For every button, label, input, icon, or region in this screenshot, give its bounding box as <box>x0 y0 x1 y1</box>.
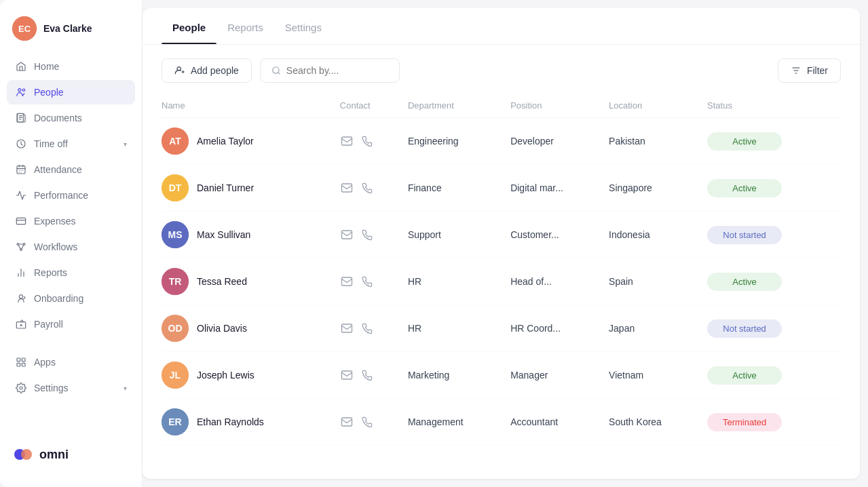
home-icon <box>15 60 27 73</box>
phone-icon[interactable] <box>360 228 374 241</box>
cell-name: DT Daniel Turner <box>162 165 340 212</box>
person-name: Tessa Reed <box>197 276 247 287</box>
cell-status: Not started <box>707 212 841 258</box>
svg-rect-33 <box>341 277 352 286</box>
svg-point-3 <box>22 89 24 91</box>
cell-position: HR Coord... <box>510 305 609 352</box>
sidebar-item-payroll[interactable]: Payroll <box>7 312 135 336</box>
cell-contact <box>340 165 408 212</box>
sidebar-item-documents[interactable]: Documents <box>7 106 135 130</box>
sidebar-item-settings[interactable]: Settings ▾ <box>7 376 135 400</box>
sidebar-item-expenses[interactable]: Expenses <box>7 209 135 233</box>
cell-position: Digital mar... <box>510 165 609 212</box>
filter-icon <box>791 65 801 76</box>
phone-icon[interactable] <box>360 134 374 148</box>
avatar: ER <box>162 408 189 435</box>
table-row[interactable]: OD Olivia Davis <box>162 305 841 352</box>
svg-text:DT: DT <box>169 182 182 193</box>
svg-rect-27 <box>341 184 352 192</box>
sidebar-item-label: Documents <box>34 113 82 123</box>
cell-department: HR <box>408 305 510 352</box>
table-row[interactable]: ER Ethan Raynolds <box>162 399 841 446</box>
table-row[interactable]: MS Max Sullivan <box>162 212 841 258</box>
logo: omni <box>0 433 142 476</box>
status-badge: Active <box>707 132 782 151</box>
cell-name: MS Max Sullivan <box>162 212 340 258</box>
search-box[interactable] <box>260 58 400 83</box>
phone-icon[interactable] <box>360 181 374 195</box>
sidebar-item-label: Attendance <box>34 164 82 175</box>
add-person-icon <box>174 65 185 76</box>
documents-icon <box>15 112 27 124</box>
table-row[interactable]: DT Daniel Turner <box>162 165 841 212</box>
search-input[interactable] <box>286 65 388 76</box>
table-header: Name Contact Department Position Locatio… <box>162 94 841 118</box>
add-button-label: Add people <box>191 65 239 76</box>
svg-rect-13 <box>17 358 20 362</box>
filter-button[interactable]: Filter <box>778 58 841 83</box>
sidebar-item-label: People <box>34 87 64 98</box>
cell-status: Active <box>707 352 841 399</box>
svg-point-2 <box>18 89 21 92</box>
cell-status: Not started <box>707 305 841 352</box>
people-table: Name Contact Department Position Locatio… <box>162 94 841 446</box>
cell-status: Active <box>707 258 841 305</box>
expenses-icon <box>15 215 27 227</box>
phone-icon[interactable] <box>360 322 374 335</box>
add-people-button[interactable]: Add people <box>162 58 252 83</box>
phone-icon[interactable] <box>360 275 374 288</box>
cell-status: Active <box>707 118 841 165</box>
svg-rect-42 <box>341 418 352 426</box>
cell-location: Japan <box>609 305 707 352</box>
email-icon[interactable] <box>340 134 354 148</box>
sidebar-item-workflows[interactable]: Workflows <box>7 235 135 259</box>
sidebar-item-home[interactable]: Home <box>7 54 135 79</box>
svg-rect-36 <box>341 324 352 332</box>
email-icon[interactable] <box>340 228 354 241</box>
status-badge: Active <box>707 179 782 197</box>
phone-icon[interactable] <box>360 368 374 382</box>
cell-location: Pakistan <box>609 118 707 165</box>
sidebar-item-performance[interactable]: Performance <box>7 183 135 208</box>
table-row[interactable]: TR Tessa Reed <box>162 258 841 305</box>
email-icon[interactable] <box>340 322 354 335</box>
sidebar-item-label: Payroll <box>34 319 63 330</box>
sidebar-item-time-off[interactable]: Time off ▾ <box>7 132 135 156</box>
user-profile[interactable]: EC Eva Clarke <box>0 11 142 54</box>
tab-people[interactable]: People <box>162 8 216 44</box>
cell-status: Active <box>707 165 841 212</box>
svg-text:ER: ER <box>168 416 181 427</box>
email-icon[interactable] <box>340 368 354 382</box>
sidebar-item-onboarding[interactable]: Onboarding <box>7 286 135 311</box>
tab-reports[interactable]: Reports <box>216 8 274 44</box>
svg-point-17 <box>20 387 22 389</box>
phone-icon[interactable] <box>360 415 374 429</box>
toolbar: Add people Filter <box>143 45 860 94</box>
performance-icon <box>15 189 27 201</box>
cell-contact <box>340 399 408 446</box>
table-row[interactable]: JL Joseph Lewis <box>162 352 841 399</box>
sidebar-item-apps[interactable]: Apps <box>7 350 135 374</box>
cell-contact <box>340 118 408 165</box>
sidebar-item-label: Workflows <box>34 241 77 252</box>
workflows-icon <box>15 241 27 253</box>
svg-rect-16 <box>17 363 20 366</box>
person-name: Joseph Lewis <box>197 370 254 381</box>
nav-menu: Home People Doc <box>0 54 142 433</box>
email-icon[interactable] <box>340 415 354 429</box>
sidebar-item-people[interactable]: People <box>7 80 135 104</box>
cell-position: Manager <box>510 352 609 399</box>
cell-position: Head of... <box>510 258 609 305</box>
table-row[interactable]: AT Amelia Taylor <box>162 118 841 165</box>
onboarding-icon <box>15 292 27 305</box>
email-icon[interactable] <box>340 181 354 195</box>
sidebar-item-attendance[interactable]: Attendance <box>7 157 135 182</box>
email-icon[interactable] <box>340 275 354 288</box>
tab-settings[interactable]: Settings <box>274 8 333 44</box>
person-name: Daniel Turner <box>197 182 254 193</box>
sidebar-item-reports[interactable]: Reports <box>7 260 135 285</box>
cell-name: AT Amelia Taylor <box>162 118 340 165</box>
payroll-icon <box>15 318 27 330</box>
attendance-icon <box>15 163 27 176</box>
svg-text:OD: OD <box>168 323 183 334</box>
